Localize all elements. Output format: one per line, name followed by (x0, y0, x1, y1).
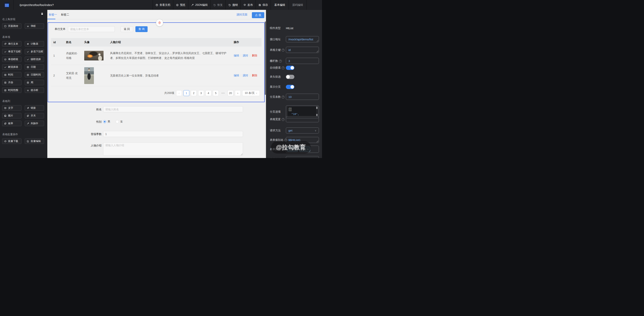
palette-item-time-range[interactable]: 时间范围 (2, 88, 22, 93)
preview-button[interactable]: 预览 (173, 0, 188, 10)
card-type-select[interactable]: plain∨ (286, 156, 319, 158)
palette-item-week[interactable]: 周 (25, 80, 44, 85)
cell-id: 2 (51, 74, 64, 77)
palette-item-switch-column[interactable]: 开关 (25, 113, 44, 118)
code-scrollbar[interactable] (316, 106, 318, 117)
view-docs-button[interactable]: 查看文档 (152, 0, 173, 10)
page-button-4[interactable]: 4 (206, 90, 211, 96)
palette-item-link-column[interactable]: 链接 (25, 105, 44, 111)
help-icon[interactable]: ? (279, 60, 282, 62)
radio-male[interactable]: 男 (103, 120, 110, 124)
undo-button[interactable]: 撤销 (226, 0, 240, 10)
radio-unselected-icon (116, 120, 119, 123)
selected-list-component[interactable]: 单行文本 返 回 查 询 id 姓名 头像 人物介绍 操作 1 丹妮莉丝·坦格 … (48, 22, 265, 102)
pages-ellipsis[interactable]: ••• (220, 92, 226, 95)
back-button[interactable]: 返 回 (120, 26, 133, 32)
palette-item-enum-column[interactable]: 枚举 (2, 121, 22, 126)
page-button-20[interactable]: 20 (228, 90, 233, 96)
restore-button[interactable]: 恢复 (210, 0, 226, 10)
undo-icon (228, 4, 231, 6)
request-method-select[interactable]: get∨ (286, 128, 319, 134)
palette-item-cascader[interactable]: 级联选择 (25, 56, 44, 62)
publish-button[interactable]: 发布 (240, 0, 256, 10)
palette-item-tree-select[interactable]: 树选择器 (2, 64, 22, 70)
canvas-scrollbar[interactable] (265, 10, 266, 158)
palette-item-modal[interactable]: 弹框 (25, 23, 44, 29)
season-field[interactable] (103, 131, 243, 137)
auto-search-toggle[interactable] (286, 66, 294, 70)
search-input[interactable] (68, 26, 115, 32)
palette-item-column-actions[interactable]: 列操作 (25, 121, 44, 126)
calendar-icon (27, 66, 29, 68)
delete-link[interactable]: 删除 (252, 74, 257, 77)
click-me-button[interactable]: 点 我 (252, 12, 264, 18)
palette-item-multi-select[interactable]: 多选下拉框 (25, 49, 44, 54)
tab-two[interactable]: 标签二 (61, 10, 69, 19)
palette-item-time[interactable]: 时间 (2, 72, 22, 78)
palette-item-single-select[interactable]: 单选下拉框 (2, 49, 22, 54)
intro-label: 人物介绍 (50, 144, 102, 148)
help-icon[interactable]: ? (282, 118, 284, 121)
jump-link[interactable]: 跳转 (243, 74, 248, 77)
show-pagination-toggle[interactable] (286, 85, 294, 89)
header-filter-toggle[interactable] (286, 75, 294, 79)
palette-item-text-input[interactable]: 单行文本 (2, 41, 22, 46)
jump-link[interactable]: 跳转 (243, 54, 248, 57)
page-button-5[interactable]: 5 (213, 90, 219, 96)
table-width-input[interactable] (286, 116, 319, 122)
resize-handle[interactable] (241, 153, 242, 155)
palette-item-tooltip-box[interactable]: 提示框 (25, 88, 44, 93)
edit-link[interactable]: 编辑 (234, 54, 239, 57)
gender-label: 性别 (50, 120, 102, 124)
jump-page-link[interactable]: 跳转页面 (236, 10, 248, 19)
page-size-input[interactable]: 10 (286, 94, 319, 100)
resize-handle[interactable] (316, 140, 318, 142)
palette-item-datetime[interactable]: 日期时间 (25, 72, 44, 78)
tab-source-edit[interactable]: 源码编辑 (288, 0, 306, 10)
divider (250, 74, 250, 77)
next-page-button[interactable]: › (235, 90, 241, 96)
palette-item-batch-edit[interactable]: 批量编辑 (25, 138, 44, 144)
scrollbar-thumb[interactable] (265, 22, 266, 95)
help-icon[interactable]: ? (282, 49, 284, 52)
alarm-icon (27, 89, 29, 92)
palette-item-text-column[interactable]: 文字 (2, 105, 22, 111)
column-header-id: id (51, 41, 64, 44)
redo-icon (213, 4, 216, 6)
intro-field[interactable] (103, 142, 243, 156)
calendar-icon (4, 81, 6, 84)
palette-item-page-jump[interactable]: 页面跳转 (2, 23, 22, 29)
grid-columns-input[interactable]: 3 (286, 58, 319, 64)
radio-female[interactable]: 女 (116, 120, 123, 124)
api-url-input[interactable]: /mock/api/demo/list (286, 36, 319, 42)
json-edit-button[interactable]: JSON编辑 (188, 0, 210, 10)
prev-page-button[interactable]: ‹ (176, 90, 182, 96)
page-button-3[interactable]: 3 (198, 90, 204, 96)
palette-item-date[interactable]: 日期 (25, 64, 44, 70)
page-button-2[interactable]: 2 (191, 90, 197, 96)
delete-link[interactable]: 删除 (252, 54, 257, 57)
table-key-input[interactable]: id (286, 47, 319, 53)
query-button[interactable]: 查 询 (136, 26, 148, 32)
tab-one[interactable]: 标签一 (49, 10, 57, 19)
page-button-1[interactable]: 1 (184, 90, 189, 96)
palette-item-image-column[interactable]: 图片 (2, 113, 22, 118)
code-cursor: [ (289, 108, 292, 111)
lock-icon[interactable] (40, 12, 44, 15)
tab-basic-edit[interactable]: 基本编辑 (270, 0, 288, 10)
delete-component-button[interactable] (156, 19, 163, 26)
save-button[interactable]: 保存 (256, 0, 270, 10)
palette-item-counter[interactable]: 计数器 (25, 41, 44, 46)
help-icon[interactable]: ? (282, 66, 284, 69)
resize-handle[interactable] (316, 50, 318, 52)
edit-link[interactable]: 编辑 (234, 74, 239, 77)
palette-item-radio-group[interactable]: 单选框组 (2, 56, 22, 62)
name-field[interactable] (103, 106, 243, 112)
resize-handle[interactable] (316, 40, 318, 42)
wrench-icon (27, 122, 29, 125)
page-size-select[interactable]: 10 条/页∨ (242, 90, 260, 96)
palette-item-month[interactable]: 月份 (2, 80, 22, 85)
palette-item-batch-download[interactable]: 批量下载 (2, 138, 22, 144)
help-icon[interactable]: ? (282, 96, 284, 98)
app-logo[interactable] (0, 0, 14, 10)
